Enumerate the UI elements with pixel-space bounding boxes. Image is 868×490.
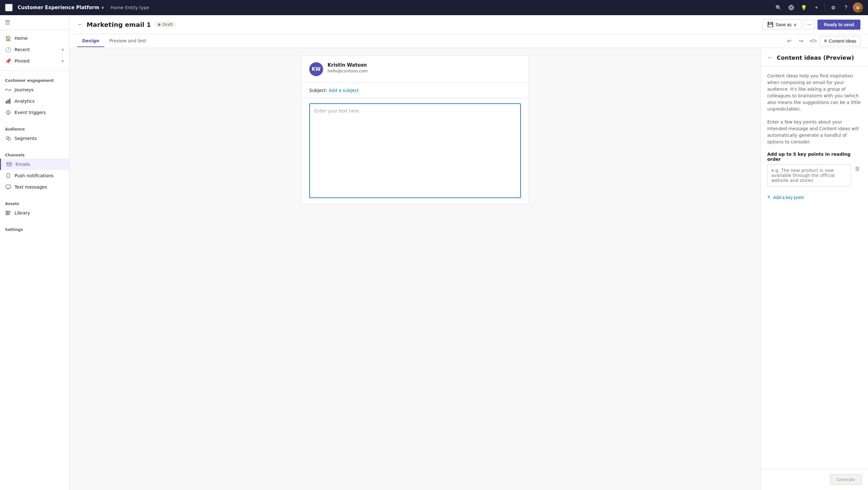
panel-description-2: Enter a few key points about your intend… (767, 119, 862, 145)
sidebar-section-audience-title: Audience (0, 123, 69, 133)
sidebar-item-recent[interactable]: 🕐 Recent ∨ (0, 44, 69, 55)
sidebar-item-pinned[interactable]: 📌 Pinned ∨ (0, 55, 69, 67)
svg-point-4 (789, 5, 794, 10)
sidebar-item-event-triggers[interactable]: Event triggers (0, 107, 69, 118)
subject-label: Subject: (309, 88, 327, 93)
content-area: ← Marketing email 1 Draft 💾 Save as ∨ ··… (69, 15, 868, 490)
editor-area: KW Kristin Watson hello@contoso.com Subj… (69, 48, 761, 490)
right-panel-body: Content ideas help you find inspiration … (761, 66, 868, 469)
key-point-row: 🗑 (767, 164, 862, 186)
more-options-button[interactable]: ··· (804, 20, 815, 30)
search-button[interactable]: 🔍 (773, 2, 784, 13)
target-icon-button[interactable] (785, 2, 797, 13)
right-panel-header: ← Content ideas (Preview) (761, 48, 868, 66)
sidebar-divider-1 (0, 70, 69, 71)
content-ideas-button[interactable]: ≡ Content Ideas (820, 36, 861, 46)
sidebar-item-home[interactable]: 🏠 Home (0, 33, 69, 44)
sidebar-recent-label: Recent (14, 47, 58, 52)
text-messages-icon (5, 184, 11, 190)
ready-to-send-button[interactable]: Ready to send (817, 20, 861, 30)
draft-badge: Draft (155, 21, 176, 28)
sidebar-segments-label: Segments (14, 136, 64, 141)
save-as-button[interactable]: 💾 Save as ∨ (763, 19, 801, 30)
plus-icon-button[interactable]: + (811, 2, 822, 13)
sidebar-text-messages-label: Text messages (14, 184, 64, 189)
sidebar-header: ☰ (0, 15, 69, 30)
avatar-status (860, 9, 863, 12)
key-point-textarea[interactable] (767, 164, 851, 186)
event-triggers-icon (5, 109, 11, 116)
back-button[interactable]: ← (77, 21, 83, 28)
svg-point-5 (790, 6, 792, 8)
main-layout: ☰ 🏠 Home 🕐 Recent ∨ 📌 Pinned ∨ Customer … (0, 15, 868, 490)
panel-back-button[interactable]: ← (767, 54, 773, 61)
undo-button[interactable]: ↩ (784, 36, 795, 47)
add-subject-link[interactable]: Add a subject (329, 88, 359, 93)
tabs-bar: Design Preview and test ↩ ↪ </> ≡ Conten… (69, 34, 868, 48)
content-ideas-label: Content Ideas (829, 38, 856, 43)
sidebar-item-emails[interactable]: Emails (0, 159, 69, 170)
sidebar-analytics-label: Analytics (14, 98, 64, 103)
svg-rect-14 (9, 99, 10, 103)
settings-icon-button[interactable]: ⚙ (828, 2, 839, 13)
email-body-textarea[interactable] (309, 103, 521, 198)
sidebar-section-customer-engagement: Customer engagement Journeys Analytics E… (0, 72, 69, 121)
lightbulb-icon-button[interactable]: 💡 (798, 2, 810, 13)
email-card: KW Kristin Watson hello@contoso.com Subj… (301, 56, 529, 205)
sidebar: ☰ 🏠 Home 🕐 Recent ∨ 📌 Pinned ∨ Customer … (0, 15, 69, 490)
emails-icon (6, 161, 12, 167)
redo-button[interactable]: ↪ (796, 36, 806, 47)
key-points-label: Add up to 5 key points in reading order (767, 152, 862, 162)
sidebar-item-library[interactable]: Library (0, 207, 69, 219)
tab-preview-test[interactable]: Preview and test (104, 35, 151, 47)
pinned-chevron-icon: ∨ (61, 59, 64, 63)
header-actions: 💾 Save as ∨ ··· Ready to send (763, 19, 861, 30)
tab-design[interactable]: Design (77, 35, 104, 47)
nav-divider (825, 4, 825, 11)
grid-icon-button[interactable] (5, 4, 12, 11)
sidebar-item-analytics[interactable]: Analytics (0, 95, 69, 107)
key-points-section: Add up to 5 key points in reading order … (767, 152, 862, 186)
delete-key-point-button[interactable]: 🗑 (854, 164, 862, 174)
sidebar-emails-label: Emails (16, 162, 64, 167)
svg-rect-13 (7, 100, 8, 103)
library-icon (5, 210, 11, 216)
sidebar-home-label: Home (14, 36, 64, 41)
svg-rect-1 (9, 5, 11, 7)
sidebar-item-segments[interactable]: Segments (0, 133, 69, 144)
svg-rect-24 (6, 211, 7, 215)
svg-point-17 (8, 113, 8, 114)
sidebar-item-text-messages[interactable]: Text messages (0, 181, 69, 193)
save-icon: 💾 (767, 22, 774, 28)
pinned-icon: 📌 (5, 58, 11, 64)
page-header: ← Marketing email 1 Draft 💾 Save as ∨ ··… (69, 15, 868, 34)
tab-toolbar: ↩ ↪ </> ≡ Content Ideas (784, 36, 861, 47)
sidebar-section-channels: Channels Emails Push notifications Text … (0, 147, 69, 195)
svg-rect-2 (6, 8, 8, 10)
sidebar-item-journeys[interactable]: Journeys (0, 84, 69, 95)
sidebar-section-assets-title: Assets (0, 198, 69, 207)
sidebar-section-customer-engagement-title: Customer engagement (0, 74, 69, 84)
analytics-icon (5, 98, 11, 104)
sidebar-journeys-label: Journeys (14, 87, 64, 92)
email-subject-section: Subject: Add a subject (302, 83, 528, 98)
push-notifications-icon (5, 173, 11, 179)
segments-icon (5, 135, 11, 142)
add-key-point-plus-icon: + (767, 194, 771, 201)
svg-point-11 (10, 89, 11, 90)
editor-with-panel: KW Kristin Watson hello@contoso.com Subj… (69, 48, 868, 490)
app-name-chevron-icon: ∨ (101, 5, 104, 10)
generate-button[interactable]: Generate (830, 474, 862, 485)
sidebar-collapse-button[interactable]: ☰ (5, 19, 10, 26)
email-body-section (302, 98, 528, 204)
sidebar-item-push-notifications[interactable]: Push notifications (0, 170, 69, 181)
code-button[interactable]: </> (808, 36, 818, 47)
draft-dot (158, 23, 160, 26)
svg-rect-3 (9, 8, 11, 10)
add-key-point-button[interactable]: + Add a key point (767, 193, 862, 202)
journeys-icon (5, 87, 11, 93)
help-icon-button[interactable]: ? (840, 2, 851, 13)
top-nav-actions: 🔍 💡 + ⚙ ? U (773, 2, 863, 13)
avatar[interactable]: U (853, 2, 863, 12)
svg-point-10 (5, 89, 6, 90)
